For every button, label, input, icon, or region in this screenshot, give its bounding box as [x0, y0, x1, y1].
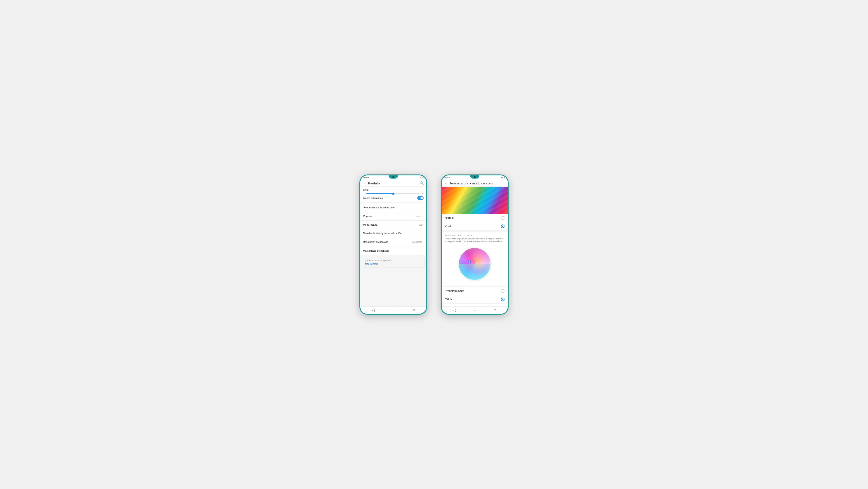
search-button-1[interactable]: 🔍 — [420, 181, 424, 185]
nav-home-2[interactable]: ○ — [474, 309, 476, 312]
nav-home-1[interactable]: ○ — [393, 309, 395, 312]
mas-ajustes-label: Más ajustes de pantalla — [363, 249, 389, 252]
reposo-value: Nunca › — [416, 215, 424, 218]
auto-adjust-row: Ajuste automático — [363, 195, 424, 200]
vivido-radio[interactable] — [501, 225, 504, 228]
modo-simple-link[interactable]: Modo simple — [365, 263, 422, 265]
vivido-mode-item[interactable]: Vívido — [442, 222, 508, 231]
top-bar-1: ← Pantalla 🔍 — [360, 179, 426, 187]
modo-lectura-label: Modo lectura — [363, 223, 377, 226]
color-modes-section: Normal Vívido — [442, 214, 508, 231]
slider-fill — [366, 193, 393, 194]
brightness-label: Brillo — [363, 189, 424, 191]
tamano-texto-label: Tamaño de texto y de visualización — [363, 232, 402, 235]
auto-adjust-label: Ajuste automático — [363, 197, 383, 199]
brightness-slider[interactable] — [366, 193, 421, 194]
vivido-mode-label: Vívido — [445, 225, 452, 228]
resolucion-label: Resolución de pantalla — [363, 240, 388, 243]
time-1: 10:53 — [420, 177, 424, 178]
predeterminada-item[interactable]: Predeterminada — [442, 287, 508, 295]
slider-thumb[interactable] — [392, 193, 395, 195]
color-temp-desc: Pulse cualquier parte del círculo o arra… — [445, 237, 504, 243]
nav-bar-2: ◁ ○ □ — [442, 307, 508, 314]
color-wave — [442, 187, 508, 214]
time-2: 10:53 — [501, 177, 505, 178]
phone-1: Movistar 10:53 ← Pantalla 🔍 Brillo ☼ ☀ — [360, 174, 427, 315]
sun-large-icon: ☀ — [422, 193, 424, 195]
chevron-icon-6: › — [423, 250, 424, 252]
fria-item[interactable]: Fría — [442, 304, 508, 307]
settings-content-1: Brillo ☼ ☀ Ajuste automático — [360, 187, 426, 307]
modo-lectura-item[interactable]: Modo lectura No › — [360, 221, 426, 229]
top-bar-2: ← Temperatura y modo de color — [442, 179, 508, 187]
color-header-image — [442, 187, 508, 214]
carrier-1: Movistar — [363, 177, 369, 178]
normal-mode-label: Normal — [445, 216, 454, 220]
mas-ajustes-item[interactable]: Más ajustes de pantalla › — [360, 247, 426, 255]
resolucion-item[interactable]: Resolución de pantalla Inteligente › — [360, 238, 426, 247]
calida-radio[interactable] — [501, 297, 504, 301]
tamano-texto-value: › — [423, 232, 424, 234]
auto-adjust-toggle[interactable] — [417, 196, 424, 200]
color-temp-section: TEMPERATURA DE COLOR Pulse cualquier par… — [442, 232, 508, 286]
camera-1 — [393, 176, 394, 178]
reposo-item[interactable]: Reposo Nunca › — [360, 212, 426, 221]
notch-1 — [389, 175, 398, 178]
wheel-inner — [459, 264, 491, 280]
camera-2 — [474, 176, 475, 178]
nav-back-2[interactable]: ◁ — [454, 309, 456, 312]
brightness-section: Brillo ☼ ☀ Ajuste automático — [360, 187, 426, 202]
wheel-cursor[interactable] — [468, 260, 471, 263]
resolucion-value: Inteligente › — [412, 241, 424, 243]
nav-bar-1: ◁ ○ □ — [360, 307, 426, 314]
temperature-color-label: Temperatura y modo de color — [363, 206, 395, 209]
temperature-color-value: › — [423, 206, 424, 209]
predeterminada-radio[interactable] — [501, 289, 504, 293]
color-wheel[interactable] — [459, 248, 491, 280]
chevron-icon-2: › — [423, 215, 424, 217]
back-button-1[interactable]: ← — [363, 181, 366, 185]
settings-list-1: Temperatura y modo de color › Reposo Nun… — [360, 203, 426, 255]
chevron-icon-3: › — [423, 224, 424, 226]
chevron-icon-5: › — [423, 241, 424, 243]
nav-recent-2[interactable]: □ — [494, 309, 496, 312]
phone-2: Movistar 10:53 ← Temperatura y modo de c… — [441, 174, 508, 315]
search-tip-box: ¿Buscando otros ajustes? Modo simple — [362, 257, 425, 268]
sun-small-icon: ☼ — [363, 193, 365, 195]
normal-radio[interactable] — [501, 216, 504, 220]
nav-recent-1[interactable]: □ — [413, 309, 414, 312]
page-title-2: Temperatura y modo de color — [450, 181, 505, 185]
settings-content-2: Normal Vívido TEMPERATURA DE COLOR Pulse… — [442, 187, 508, 307]
toggle-thumb — [421, 197, 423, 199]
mas-ajustes-value: › — [423, 250, 424, 252]
temperature-color-item[interactable]: Temperatura y modo de color › — [360, 203, 426, 212]
page-title-1: Pantalla — [368, 181, 420, 185]
back-button-2[interactable]: ← — [444, 181, 447, 185]
calida-item[interactable]: Cálida — [442, 295, 508, 304]
temp-options-section: Predeterminada Cálida Fría — [442, 287, 508, 307]
modo-lectura-value: No › — [419, 224, 424, 226]
normal-mode-item[interactable]: Normal — [442, 214, 508, 222]
chevron-icon-1: › — [423, 206, 424, 209]
color-temp-title: TEMPERATURA DE COLOR — [445, 234, 504, 236]
tamano-texto-item[interactable]: Tamaño de texto y de visualización › — [360, 229, 426, 238]
brightness-row: ☼ ☀ — [363, 193, 424, 195]
color-wheel-container — [445, 246, 504, 283]
search-tip-text: ¿Buscando otros ajustes? — [365, 259, 422, 262]
nav-back-1[interactable]: ◁ — [372, 309, 375, 312]
carrier-2: Movistar — [444, 177, 450, 178]
chevron-icon-4: › — [423, 232, 424, 234]
calida-label: Cálida — [445, 298, 453, 301]
reposo-label: Reposo — [363, 215, 372, 218]
notch-2 — [470, 175, 479, 178]
predeterminada-label: Predeterminada — [445, 289, 464, 293]
